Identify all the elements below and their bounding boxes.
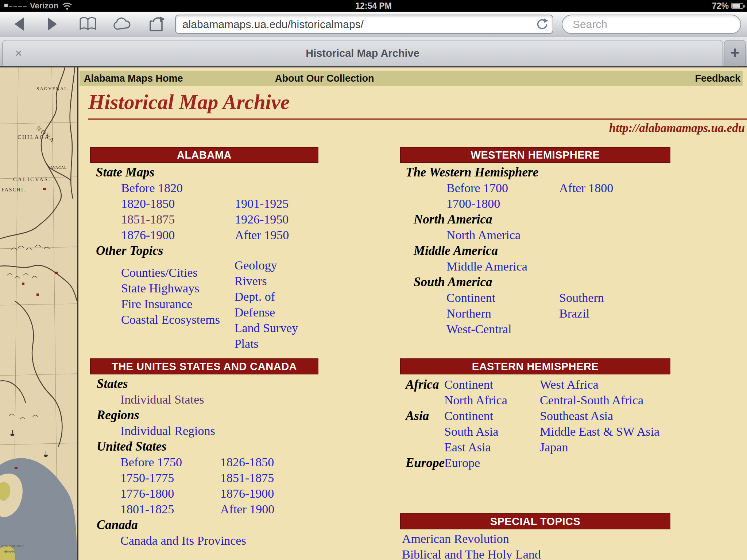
category-south-america: South America	[414, 274, 670, 290]
link-plats[interactable]: Plats	[235, 336, 318, 351]
link-biblical-holy-land[interactable]: Biblical and The Holy Land	[402, 547, 670, 560]
link-asia-continent[interactable]: Continent	[444, 408, 540, 424]
nav-alabama-maps-home[interactable]: Alabama Maps Home	[84, 71, 183, 86]
link-east-asia[interactable]: East Asia	[444, 439, 540, 455]
link-al-before-1820[interactable]: Before 1820	[121, 180, 235, 196]
link-wh-before-1700[interactable]: Before 1700	[446, 180, 559, 196]
link-japan[interactable]: Japan	[540, 439, 659, 455]
category-state-maps: State Maps	[96, 164, 318, 180]
link-rivers[interactable]: Rivers	[235, 273, 318, 289]
link-south-asia[interactable]: South Asia	[444, 424, 540, 439]
new-tab-button[interactable]: +	[724, 40, 746, 66]
link-al-1876-1900[interactable]: 1876-1900	[121, 227, 235, 243]
share-icon	[147, 16, 166, 32]
back-button[interactable]	[13, 12, 26, 36]
antique-map-image: SAGVENAI. NOVA CHILAGA . AVACAL CALICVAS…	[0, 67, 77, 560]
bookmarks-button[interactable]	[79, 12, 97, 36]
link-state-highways[interactable]: State Highways	[121, 280, 235, 296]
link-central-south-africa[interactable]: Central-South Africa	[540, 392, 643, 408]
link-al-1901-1925[interactable]: 1901-1925	[235, 196, 289, 211]
site-url: http://alabamamaps.ua.edu	[609, 121, 745, 135]
map-label-faschi: FASCHI.	[1, 187, 26, 192]
link-north-africa[interactable]: North Africa	[444, 392, 540, 408]
section-us-canada: THE UNITES STATES AND CANADA States Indi…	[90, 358, 318, 548]
link-us-1801-1825[interactable]: 1801-1825	[120, 501, 220, 517]
tab-historical-map-archive[interactable]: × Historical Map Archive	[2, 40, 723, 66]
refresh-button[interactable]	[535, 18, 549, 33]
category-the-western-hemisphere: The Western Hemisphere	[406, 164, 670, 180]
link-wh-after-1800[interactable]: After 1800	[559, 180, 613, 196]
link-wh-1700-1800[interactable]: 1700-1800	[446, 196, 559, 211]
tab-title: Historical Map Archive	[3, 40, 723, 66]
category-middle-america: Middle America	[414, 243, 670, 258]
battery-icon	[731, 3, 743, 9]
category-regions: Regions	[97, 407, 318, 423]
tab-bar: × Historical Map Archive +	[0, 36, 747, 67]
link-sa-southern[interactable]: Southern	[559, 290, 604, 306]
section-alabama: ALABAMA State Maps Before 1820 1820-1850…	[90, 147, 318, 351]
battery-percent: 72%	[712, 1, 729, 11]
link-individual-states[interactable]: Individual States	[120, 392, 318, 407]
link-sa-brazil[interactable]: Brazil	[559, 306, 604, 321]
link-land-survey[interactable]: Land Survey	[235, 320, 318, 336]
link-us-1750-1775[interactable]: 1750-1775	[120, 470, 220, 486]
link-al-1851-1875[interactable]: 1851-1875	[121, 211, 235, 227]
share-button[interactable]	[147, 12, 166, 36]
link-us-1826-1850[interactable]: 1826-1850	[220, 454, 274, 470]
map-label-chilaga: CHILAGA .	[18, 134, 54, 140]
link-canada-provinces[interactable]: Canada and Its Provinces	[120, 533, 318, 548]
link-counties-cities[interactable]: Counties/Cities	[121, 265, 235, 280]
link-al-1820-1850[interactable]: 1820-1850	[121, 196, 235, 211]
nav-feedback[interactable]: Feedback	[695, 71, 740, 86]
status-bar: Verizon 12:54 PM 72%	[0, 0, 747, 12]
link-us-1876-1900[interactable]: 1876-1900	[220, 486, 274, 501]
back-icon	[13, 16, 26, 32]
search-input[interactable]: Search	[562, 15, 741, 34]
icloud-tabs-button[interactable]	[112, 12, 132, 36]
link-dept-of-defense[interactable]: Dept. of Defense	[235, 289, 318, 320]
nav-about-our-collection[interactable]: About Our Collection	[275, 71, 374, 86]
western-header: WESTERN HEMISPHERE	[400, 147, 670, 163]
category-united-states: United States	[97, 439, 318, 454]
link-north-america[interactable]: North America	[446, 227, 670, 243]
link-africa-continent[interactable]: Continent	[444, 377, 540, 392]
link-sa-west-central[interactable]: West-Central	[446, 321, 559, 337]
link-fire-insurance[interactable]: Fire Insurance	[121, 296, 235, 312]
link-al-after-1950[interactable]: After 1950	[235, 227, 289, 243]
link-west-africa[interactable]: West Africa	[540, 377, 643, 392]
link-sa-continent[interactable]: Continent	[446, 290, 559, 306]
plus-icon: +	[730, 44, 740, 62]
category-north-america: North America	[414, 211, 670, 227]
link-us-before-1750[interactable]: Before 1750	[120, 454, 220, 470]
link-al-1926-1950[interactable]: 1926-1950	[235, 211, 289, 227]
page-title: Historical Map Archive	[88, 90, 290, 114]
link-geology[interactable]: Geology	[235, 257, 318, 273]
link-us-1776-1800[interactable]: 1776-1800	[120, 486, 220, 501]
map-label-calicvas: CALICVAS.	[13, 176, 51, 182]
eastern-header: EASTERN HEMISPHERE	[400, 358, 670, 374]
map-label-dicado: dicado	[4, 549, 15, 554]
link-us-after-1900[interactable]: After 1900	[220, 501, 274, 517]
map-label-sagvenai: SAGVENAI.	[36, 86, 69, 91]
section-eastern-hemisphere: EASTERN HEMISPHERE Africa Continent Nort…	[400, 358, 670, 471]
link-sa-northern[interactable]: Northern	[446, 306, 559, 321]
category-europe: Europe	[406, 455, 444, 471]
forward-button[interactable]	[46, 12, 58, 36]
refresh-icon	[535, 18, 549, 31]
link-american-revolution[interactable]: American Revolution	[402, 531, 670, 547]
bookmarks-icon	[79, 16, 97, 32]
section-special-topics: SPECIAL TOPICS American Revolution Bibli…	[400, 513, 670, 560]
address-bar[interactable]: alabamamaps.ua.edu/historicalmaps/	[175, 15, 553, 34]
link-individual-regions[interactable]: Individual Regions	[120, 423, 318, 439]
link-middle-america[interactable]: Middle America	[446, 258, 670, 274]
link-southeast-asia[interactable]: Southeast Asia	[540, 408, 659, 424]
link-europe[interactable]: Europe	[444, 455, 480, 471]
link-us-1851-1875[interactable]: 1851-1875	[220, 470, 274, 486]
link-middle-east-sw-asia[interactable]: Middle East & SW Asia	[540, 424, 659, 439]
site-nav-bar: Alabama Maps Home About Our Collection F…	[80, 71, 743, 86]
category-other-topics: Other Topics	[96, 243, 318, 258]
category-asia: Asia	[406, 408, 444, 424]
section-western-hemisphere: WESTERN HEMISPHERE The Western Hemispher…	[400, 147, 670, 337]
link-coastal-ecosystems[interactable]: Coastal Ecosystems	[121, 312, 235, 327]
web-page: SAGVENAI. NOVA CHILAGA . AVACAL CALICVAS…	[0, 67, 747, 560]
